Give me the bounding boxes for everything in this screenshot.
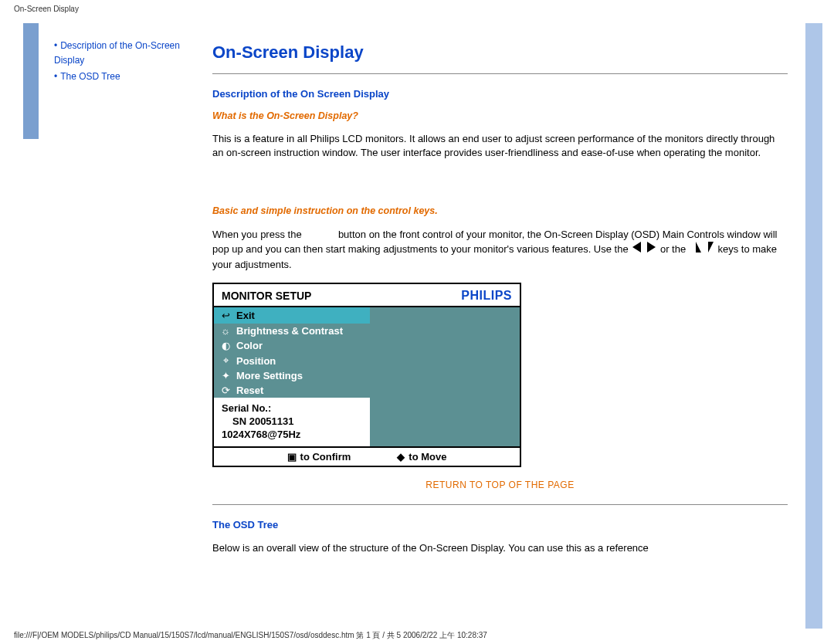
left-accent-bar	[23, 23, 39, 139]
osd-footer-confirm: ▣ to Confirm	[287, 451, 351, 463]
sidebar-nav: •Description of the On-Screen Display •T…	[54, 39, 205, 86]
confirm-icon: ▣	[287, 451, 297, 463]
divider	[212, 73, 788, 74]
section-heading-osd-tree: The OSD Tree	[212, 519, 788, 530]
arrow-up-down-icon	[690, 241, 714, 257]
svg-marker-2	[690, 242, 701, 253]
osd-item-color: ◐ Color	[214, 338, 370, 353]
paragraph-intro: This is a feature in all Philips LCD mon…	[212, 132, 788, 159]
brand-logo: PHILIPS	[461, 289, 512, 303]
sidebar-link-description[interactable]: Description of the On-Screen Display	[54, 40, 180, 66]
osd-body: ↩ Exit ☼ Brightness & Contrast ◐ Color ⌖…	[214, 307, 520, 446]
return-to-top-link[interactable]: RETURN TO TOP OF THE PAGE	[212, 480, 788, 490]
osd-item-brightness: ☼ Brightness & Contrast	[214, 324, 370, 338]
sidebar-item-osd-tree[interactable]: •The OSD Tree	[54, 69, 205, 84]
text-fragment: When you press the	[212, 229, 302, 240]
breadcrumb: On-Screen Display	[14, 5, 79, 13]
move-icon: ◆	[397, 451, 405, 463]
arrow-left-right-icon	[632, 241, 656, 257]
settings-icon: ✦	[220, 370, 231, 381]
osd-item-label: Exit	[236, 310, 255, 321]
sub-heading-what-is: What is the On-Screen Display?	[212, 110, 788, 121]
section-heading-description: Description of the On Screen Display	[212, 88, 788, 100]
osd-footer-move-label: to Move	[409, 451, 446, 463]
main-content: On-Screen Display Description of the On …	[212, 23, 795, 629]
paragraph-instructions: When you press the button on the front c…	[212, 227, 788, 271]
color-icon: ◐	[220, 340, 231, 351]
reset-icon: ⟳	[220, 385, 231, 396]
osd-menu-list: ↩ Exit ☼ Brightness & Contrast ◐ Color ⌖…	[214, 307, 370, 446]
osd-footer-move: ◆ to Move	[397, 451, 446, 463]
position-icon: ⌖	[220, 354, 231, 367]
page-title: On-Screen Display	[212, 42, 788, 63]
osd-item-label: Color	[236, 340, 263, 351]
svg-marker-3	[703, 242, 714, 253]
osd-header: MONITOR SETUP PHILIPS	[214, 284, 520, 307]
bullet-icon: •	[54, 40, 57, 51]
osd-footer-confirm-label: to Confirm	[300, 451, 351, 463]
svg-marker-0	[632, 242, 641, 253]
osd-header-title: MONITOR SETUP	[222, 290, 311, 302]
sub-heading-instructions: Basic and simple instruction on the cont…	[212, 205, 788, 216]
osd-item-more-settings: ✦ More Settings	[214, 368, 370, 383]
osd-item-label: More Settings	[236, 370, 303, 381]
divider	[212, 504, 788, 505]
osd-item-label: Reset	[236, 385, 263, 396]
svg-marker-1	[647, 242, 656, 253]
osd-info-box: Serial No.: SN 20051131 1024X768@75Hz	[214, 398, 370, 446]
osd-serial-label: Serial No.:	[222, 402, 362, 415]
footer-file-path: file:///F|/OEM MODELS/philips/CD Manual/…	[14, 630, 487, 641]
paragraph-osd-tree-intro: Below is an overall view of the structur…	[212, 541, 788, 555]
osd-item-label: Position	[236, 355, 276, 367]
osd-item-exit: ↩ Exit	[214, 307, 370, 324]
osd-panel: MONITOR SETUP PHILIPS ↩ Exit ☼ Brightnes…	[212, 283, 521, 467]
osd-right-pane	[370, 307, 520, 446]
osd-item-reset: ⟳ Reset	[214, 383, 370, 398]
osd-item-label: Brightness & Contrast	[236, 325, 343, 337]
brightness-icon: ☼	[220, 325, 231, 337]
osd-item-position: ⌖ Position	[214, 353, 370, 368]
text-fragment: or the	[660, 243, 686, 255]
page-container: •Description of the On-Screen Display •T…	[23, 23, 834, 629]
bullet-icon: •	[54, 71, 57, 82]
right-accent-bar	[805, 23, 822, 629]
sidebar-item-description[interactable]: •Description of the On-Screen Display	[54, 39, 205, 68]
exit-icon: ↩	[220, 310, 231, 321]
osd-footer: ▣ to Confirm ◆ to Move	[214, 446, 520, 466]
osd-serial-value: SN 20051131	[222, 415, 362, 429]
sidebar-link-osd-tree[interactable]: The OSD Tree	[60, 71, 120, 82]
osd-resolution: 1024X768@75Hz	[222, 429, 362, 442]
